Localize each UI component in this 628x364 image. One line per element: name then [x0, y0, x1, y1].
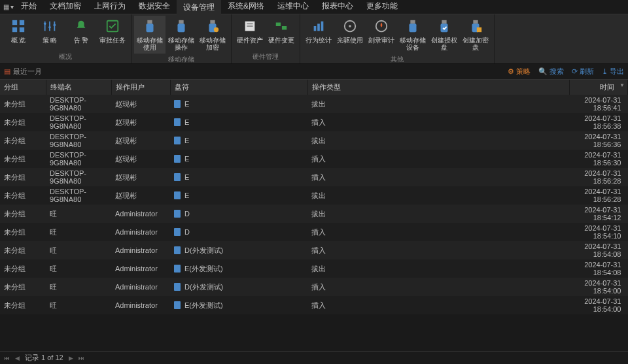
cell-4: 插入 [307, 296, 569, 314]
cell-5: 2024-07-31 18:54:00 [569, 278, 628, 296]
menu-item-0[interactable]: 开始 [14, 0, 43, 15]
menu-item-4[interactable]: 设备管理 [177, 0, 221, 15]
table-row[interactable]: 未分组旺AdministratorD拔出2024-07-31 18:54:12 [0, 205, 628, 223]
cell-4: 插入 [307, 168, 569, 186]
date-range-filter[interactable]: ▤ 最近一月 [4, 67, 42, 76]
menu-item-8[interactable]: 更多功能 [360, 0, 404, 15]
cell-4: 插入 [307, 241, 569, 259]
col-header-5[interactable]: 时间▼ [569, 80, 628, 95]
svg-rect-10 [179, 20, 183, 24]
cell-2: Administrator [111, 278, 170, 296]
ribbon-btn-2-1[interactable]: 硬件变更 [266, 16, 297, 51]
ribbon-group-3: 行为统计光驱使用刻录审计移动存储设备创建授权盘创建加密盘其他 [300, 14, 495, 63]
drive-icon [174, 155, 181, 163]
col-header-1[interactable]: 终端名 [46, 80, 111, 95]
menu-item-7[interactable]: 报表中心 [315, 0, 360, 15]
col-header-2[interactable]: 操作用户 [111, 80, 170, 95]
svg-rect-2 [12, 27, 17, 32]
svg-point-5 [48, 26, 51, 29]
table-row[interactable]: 未分组旺AdministratorD(外发测试)插入2024-07-31 18:… [0, 278, 628, 296]
cell-2: 赵现彬 [111, 131, 170, 150]
filter-action-icon: ⟳ [572, 67, 578, 76]
table-row[interactable]: 未分组DESKTOP-9G8NA80赵现彬E插入2024-07-31 18:56… [0, 150, 628, 168]
menu-item-6[interactable]: 运维中心 [271, 0, 315, 15]
usb-icon [405, 18, 421, 34]
cell-4: 插入 [307, 150, 569, 168]
ribbon-btn-0-3[interactable]: 审批任务 [97, 16, 128, 51]
pager-first-icon[interactable]: ⏮ [4, 355, 10, 361]
menu-item-5[interactable]: 系统&网络 [221, 0, 271, 15]
cell-3: E [170, 150, 307, 168]
menubar: ▦ ▾ 开始文档加密上网行为数据安全设备管理系统&网络运维中心报表中心更多功能 [0, 0, 628, 14]
cell-1: 旺 [46, 205, 111, 223]
menu-item-1[interactable]: 文档加密 [43, 0, 88, 15]
cell-0: 未分组 [0, 113, 46, 131]
svg-rect-1 [20, 20, 24, 25]
cell-2: 赵现彬 [111, 95, 170, 113]
cell-0: 未分组 [0, 259, 46, 278]
ribbon-btn-3-2[interactable]: 刻录审计 [366, 16, 397, 54]
ribbon-btn-2-0[interactable]: 硬件资产 [234, 16, 266, 51]
drive-icon [174, 246, 181, 254]
svg-rect-16 [247, 23, 253, 24]
svg-rect-20 [314, 26, 317, 31]
filter-action-3[interactable]: ⤓导出 [602, 67, 624, 76]
asset-icon [242, 18, 258, 34]
pager-last-icon[interactable]: ⏭ [78, 355, 84, 361]
table-row[interactable]: 未分组DESKTOP-9G8NA80赵现彬E拔出2024-07-31 18:56… [0, 95, 628, 113]
table-row[interactable]: 未分组旺AdministratorE(外发测试)拔出2024-07-31 18:… [0, 259, 628, 278]
table-row[interactable]: 未分组DESKTOP-9G8NA80赵现彬E拔出2024-07-31 18:56… [0, 186, 628, 205]
cell-0: 未分组 [0, 131, 46, 150]
svg-rect-8 [147, 20, 152, 24]
svg-point-4 [44, 23, 46, 25]
menu-item-3[interactable]: 数据安全 [132, 0, 177, 15]
cell-2: 赵现彬 [111, 113, 170, 131]
ribbon-btn-1-0[interactable]: 移动存储使用 [134, 16, 166, 54]
col-header-3[interactable]: 盘符 [170, 80, 307, 95]
ribbon-btn-0-0[interactable]: 概 览 [3, 16, 34, 51]
svg-rect-17 [247, 25, 253, 27]
pager-prev-icon[interactable]: ◀ [15, 355, 20, 361]
svg-rect-21 [317, 24, 320, 31]
ribbon-btn-3-3[interactable]: 移动存储设备 [397, 16, 428, 54]
ribbon-btn-0-2[interactable]: 告 警 [65, 16, 97, 51]
cell-3: D [170, 205, 307, 223]
drive-icon [174, 137, 181, 144]
drive-icon [174, 210, 181, 218]
bell-icon [73, 18, 89, 34]
svg-rect-18 [276, 23, 281, 27]
ribbon-btn-3-1[interactable]: 光驱使用 [334, 16, 366, 54]
col-header-0[interactable]: 分组 [0, 80, 46, 95]
ribbon-btn-3-4[interactable]: 创建授权盘 [428, 16, 460, 54]
filter-action-1[interactable]: 🔍搜索 [538, 67, 564, 76]
table-row[interactable]: 未分组DESKTOP-9G8NA80赵现彬E拔出2024-07-31 18:56… [0, 131, 628, 150]
cell-4: 拔出 [307, 259, 569, 278]
cell-5: 2024-07-31 18:56:28 [569, 186, 628, 205]
ribbon-btn-label: 移动存储加密 [197, 37, 228, 51]
filter-action-2[interactable]: ⟳刷新 [572, 67, 594, 76]
table-row[interactable]: 未分组DESKTOP-9G8NA80赵现彬E插入2024-07-31 18:56… [0, 168, 628, 186]
table-row[interactable]: 未分组旺AdministratorD插入2024-07-31 18:54:10 [0, 223, 628, 241]
cell-5: 2024-07-31 18:56:38 [569, 113, 628, 131]
app-menu-icon[interactable]: ▦ ▾ [3, 3, 14, 10]
ribbon-btn-label: 移动存储设备 [397, 37, 428, 51]
cell-0: 未分组 [0, 95, 46, 113]
ribbon-btn-1-2[interactable]: 移动存储加密 [197, 16, 228, 54]
table-row[interactable]: 未分组旺AdministratorE(外发测试)插入2024-07-31 18:… [0, 296, 628, 314]
filter-action-0[interactable]: ⚙策略 [508, 67, 531, 76]
cell-3: E [170, 186, 307, 205]
cell-5: 2024-07-31 18:54:08 [569, 241, 628, 259]
ribbon-btn-0-1[interactable]: 策 略 [34, 16, 65, 51]
table-row[interactable]: 未分组旺AdministratorD(外发测试)插入2024-07-31 18:… [0, 241, 628, 259]
cell-3: E(外发测试) [170, 259, 307, 278]
ribbon-btn-1-1[interactable]: 移动存储操作 [166, 16, 197, 54]
col-header-4[interactable]: 操作类型 [307, 80, 569, 95]
ribbon-btn-3-5[interactable]: 创建加密盘 [460, 16, 491, 54]
menu-item-2[interactable]: 上网行为 [88, 0, 132, 15]
cell-5: 2024-07-31 18:56:28 [569, 168, 628, 186]
table-row[interactable]: 未分组DESKTOP-9G8NA80赵现彬E插入2024-07-31 18:56… [0, 113, 628, 131]
usb-icon [173, 18, 189, 34]
pager-next-icon[interactable]: ▶ [69, 355, 73, 361]
ribbon-btn-3-0[interactable]: 行为统计 [303, 16, 334, 54]
ribbon-btn-label: 刻录审计 [368, 37, 394, 44]
